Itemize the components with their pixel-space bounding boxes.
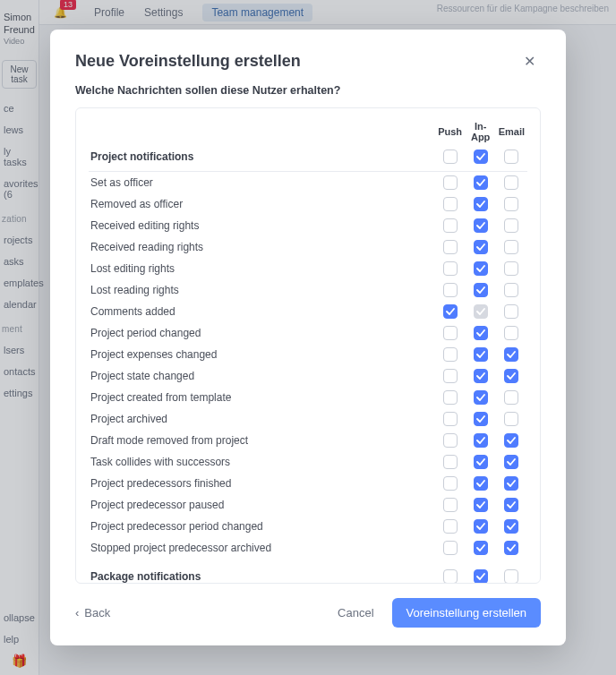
checkbox[interactable] [474,412,488,426]
checkbox[interactable] [474,519,488,534]
table-row: Project archived [89,408,527,430]
checkbox[interactable] [443,218,458,233]
table-row: Received editing rights [89,215,527,236]
checkbox[interactable] [443,390,458,405]
checkbox[interactable] [504,412,518,426]
checkbox[interactable] [504,240,518,254]
checkbox[interactable] [474,326,488,340]
section-title: Package notifications [89,559,435,584]
checkbox[interactable] [443,347,458,362]
checkbox[interactable] [504,369,518,383]
checkbox[interactable] [504,519,518,534]
checkbox[interactable] [474,197,488,211]
checkbox[interactable] [474,150,488,164]
checkbox[interactable] [443,175,458,190]
close-icon[interactable]: ✕ [518,49,541,73]
checkbox[interactable] [443,433,458,448]
table-row: Received reading rights [89,236,527,258]
checkbox[interactable] [504,390,518,405]
checkbox[interactable] [474,498,488,512]
row-label: Project predecessor paused [89,494,435,516]
table-row: Set as officer [89,172,527,193]
checkbox[interactable] [443,369,458,383]
row-label: Project expenses changed [89,344,435,365]
checkbox[interactable] [443,519,458,534]
checkbox[interactable] [443,455,458,469]
checkbox[interactable] [504,569,518,584]
checkbox[interactable] [504,433,518,448]
checkbox[interactable] [474,369,488,383]
checkbox[interactable] [443,283,458,297]
modal-body: Push In-App Email Project notificationsS… [75,107,541,584]
checkbox[interactable] [474,433,488,448]
row-label: Lost editing rights [89,258,435,279]
chevron-left-icon: ‹ [75,606,79,619]
checkbox[interactable] [504,304,518,319]
row-label: Project predecessors finished [89,473,435,494]
checkbox[interactable] [443,150,458,164]
table-row: Lost reading rights [89,279,527,301]
section-title: Project notifications [89,148,435,172]
table-row: Project created from template [89,387,527,408]
checkbox[interactable] [504,326,518,340]
modal-overlay: Neue Voreinstellung erstellen ✕ Welche N… [0,0,616,675]
checkbox[interactable] [504,283,518,297]
col-inapp: In-App [466,117,496,148]
checkbox[interactable] [504,541,518,555]
checkbox[interactable] [443,326,458,340]
checkbox[interactable] [443,476,458,491]
modal-title: Neue Voreinstellung erstellen [75,52,301,71]
checkbox[interactable] [474,455,488,469]
checkbox[interactable] [504,175,518,190]
row-label: Set as officer [89,172,435,193]
table-row: Project predecessor paused [89,494,527,516]
row-label: Project period changed [89,322,435,344]
checkbox[interactable] [504,498,518,512]
checkbox[interactable] [474,347,488,362]
checkbox[interactable] [443,412,458,426]
checkbox[interactable] [504,476,518,491]
row-label: Project created from template [89,387,435,408]
row-label: Draft mode removed from project [89,430,435,451]
table-row: Lost editing rights [89,258,527,279]
checkbox[interactable] [443,304,458,319]
table-row: Removed as officer [89,193,527,215]
row-label: Lost reading rights [89,279,435,301]
checkbox[interactable] [443,541,458,555]
checkbox[interactable] [504,455,518,469]
row-label: Received reading rights [89,236,435,258]
row-label: Project predecessor period changed [89,516,435,537]
checkbox[interactable] [504,150,518,164]
table-row: Task collides with successors [89,451,527,473]
checkbox[interactable] [474,476,488,491]
submit-button[interactable]: Voreinstellung erstellen [392,598,541,628]
checkbox[interactable] [504,218,518,233]
checkbox[interactable] [474,390,488,405]
row-label: Project state changed [89,365,435,387]
checkbox[interactable] [474,283,488,297]
cancel-button[interactable]: Cancel [338,606,373,619]
table-row: Project expenses changed [89,344,527,365]
checkbox[interactable] [474,175,488,190]
table-row: Project predecessor period changed [89,516,527,537]
checkbox[interactable] [443,240,458,254]
row-label: Removed as officer [89,193,435,215]
checkbox[interactable] [443,498,458,512]
notification-table: Push In-App Email Project notificationsS… [89,117,527,584]
checkbox[interactable] [474,569,488,584]
checkbox[interactable] [474,240,488,254]
checkbox[interactable] [474,541,488,555]
checkbox[interactable] [504,261,518,276]
checkbox[interactable] [443,569,458,584]
modal: Neue Voreinstellung erstellen ✕ Welche N… [50,30,566,645]
checkbox[interactable] [443,261,458,276]
checkbox[interactable] [474,261,488,276]
back-button[interactable]: ‹ Back [75,606,110,619]
col-email: Email [496,117,527,148]
checkbox[interactable] [443,197,458,211]
modal-subtitle: Welche Nachrichten sollen diese Nutzer e… [50,82,566,107]
checkbox[interactable] [504,197,518,211]
checkbox[interactable] [504,347,518,362]
row-label: Task collides with successors [89,451,435,473]
checkbox[interactable] [474,218,488,233]
